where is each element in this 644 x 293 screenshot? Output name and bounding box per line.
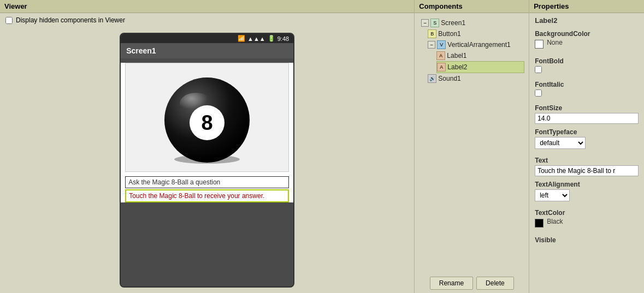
toggle-screen1[interactable]: − bbox=[421, 19, 429, 27]
phone-body: 8 Ask the Magic 8-Ball a question Touch … bbox=[121, 63, 293, 202]
phone-labels: Ask the Magic 8-Ball a question Touch th… bbox=[125, 176, 289, 202]
phone-status-bar: 📶 ▲▲▲ 🔋 9:48 bbox=[121, 34, 293, 43]
svg-text:8: 8 bbox=[202, 111, 213, 134]
tree-item-va1[interactable]: − V VerticalArrangement1 bbox=[428, 39, 524, 50]
prop-text-label: Text bbox=[535, 157, 639, 164]
prop-text: Text bbox=[529, 154, 644, 178]
button-icon: B bbox=[428, 29, 436, 38]
tree-item-label2[interactable]: A Label2 bbox=[436, 61, 524, 73]
phone-title-bar: Screen1 bbox=[121, 43, 293, 58]
text-color-swatch[interactable] bbox=[535, 219, 543, 228]
font-bold-checkbox[interactable] bbox=[535, 66, 542, 73]
prop-font-size: FontSize bbox=[529, 102, 644, 126]
prop-font-size-label: FontSize bbox=[535, 104, 639, 112]
prop-text-alignment-label: TextAlignment bbox=[535, 181, 639, 188]
text-alignment-select[interactable]: left center right bbox=[535, 189, 570, 201]
prop-font-bold: FontBold bbox=[529, 55, 644, 79]
components-panel: Components − S Screen1 B Button1 − V Ver… bbox=[415, 0, 529, 293]
wifi-icon: 📶 bbox=[238, 35, 245, 42]
svg-point-4 bbox=[174, 155, 240, 164]
display-hidden-label: Display hidden components in Viewer bbox=[16, 16, 125, 24]
label2-icon: A bbox=[437, 63, 446, 71]
magic-8ball-image: 8 bbox=[161, 71, 253, 164]
tree-item-label1[interactable]: A Label1 bbox=[436, 50, 524, 61]
tree-item-screen1[interactable]: − S Screen1 bbox=[419, 17, 524, 28]
components-header: Components bbox=[415, 0, 529, 13]
label1-icon: A bbox=[436, 51, 445, 60]
va1-label: VerticalArrangement1 bbox=[447, 41, 510, 49]
label1-tree-label: Label1 bbox=[447, 52, 466, 59]
bg-color-swatch[interactable] bbox=[535, 40, 543, 49]
bg-color-value: None bbox=[547, 39, 563, 46]
text-color-value: Black bbox=[547, 218, 563, 225]
viewer-panel: Viewer Display hidden components in View… bbox=[0, 0, 415, 293]
components-footer: Rename Delete bbox=[415, 273, 529, 293]
prop-visible: Visible bbox=[529, 234, 644, 247]
phone-frame: 📶 ▲▲▲ 🔋 9:48 Screen1 bbox=[120, 33, 294, 288]
sound-icon: 🔊 bbox=[428, 74, 436, 83]
font-italic-checkbox[interactable] bbox=[535, 89, 542, 97]
tree-item-button1[interactable]: B Button1 bbox=[428, 28, 524, 39]
prop-font-bold-label: FontBold bbox=[535, 57, 639, 65]
prop-bg-color: BackgroundColor None bbox=[529, 28, 644, 55]
prop-font-typeface: FontTypeface default serif sans serif mo… bbox=[529, 126, 644, 154]
label2-tree-label: Label2 bbox=[447, 63, 467, 71]
prop-text-color-label: TextColor bbox=[535, 209, 639, 217]
delete-button[interactable]: Delete bbox=[476, 277, 514, 290]
prop-bg-color-label: BackgroundColor bbox=[535, 30, 639, 38]
font-typeface-select[interactable]: default serif sans serif monospace bbox=[535, 137, 586, 149]
font-size-input[interactable] bbox=[535, 113, 639, 124]
prop-font-typeface-label: FontTypeface bbox=[535, 128, 639, 136]
screen-icon: S bbox=[430, 19, 439, 27]
tree-item-sound1[interactable]: 🔊 Sound1 bbox=[428, 73, 524, 84]
battery-icon: 🔋 bbox=[268, 35, 275, 42]
arrangement-icon: V bbox=[437, 40, 446, 49]
toggle-va1[interactable]: − bbox=[428, 41, 435, 49]
viewer-header: Viewer bbox=[0, 0, 414, 13]
properties-component-name: Label2 bbox=[529, 13, 644, 28]
viewer-content: 📶 ▲▲▲ 🔋 9:48 Screen1 bbox=[0, 27, 414, 293]
signal-icon: ▲▲▲ bbox=[247, 35, 265, 42]
prop-text-alignment: TextAlignment left center right bbox=[529, 178, 644, 207]
component-tree: − S Screen1 B Button1 − V VerticalArrang… bbox=[415, 13, 529, 273]
viewer-toolbar: Display hidden components in Viewer bbox=[0, 13, 414, 27]
screen1-label: Screen1 bbox=[441, 19, 465, 27]
label2-display: Touch the Magic 8-Ball to receive your a… bbox=[125, 189, 289, 202]
properties-panel: Properties Label2 BackgroundColor None F… bbox=[529, 0, 644, 293]
status-time: 9:48 bbox=[277, 35, 289, 42]
rename-button[interactable]: Rename bbox=[430, 277, 473, 290]
text-input[interactable] bbox=[535, 165, 639, 176]
label1-display: Ask the Magic 8-Ball a question bbox=[125, 176, 289, 188]
prop-visible-label: Visible bbox=[535, 236, 639, 244]
display-hidden-checkbox[interactable] bbox=[5, 17, 13, 24]
prop-font-italic-label: FontItalic bbox=[535, 81, 639, 88]
prop-text-color: TextColor Black bbox=[529, 207, 644, 234]
phone-image-area: 8 bbox=[125, 63, 289, 172]
sound1-label: Sound1 bbox=[438, 75, 460, 82]
properties-header: Properties bbox=[529, 0, 644, 13]
button1-label: Button1 bbox=[438, 30, 460, 38]
prop-font-italic: FontItalic bbox=[529, 79, 644, 102]
